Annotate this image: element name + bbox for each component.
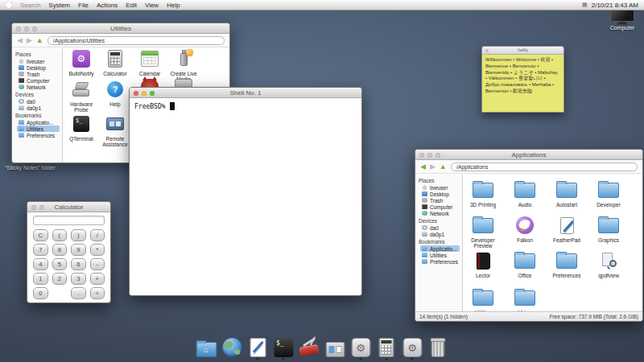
- dock-display-settings[interactable]: [324, 342, 346, 360]
- key-divide[interactable]: /: [90, 229, 105, 241]
- sidebar-item-utilities[interactable]: Utilities: [420, 252, 460, 258]
- close-button[interactable]: [134, 91, 138, 96]
- sidebar-item-preferences[interactable]: Preferences: [17, 132, 60, 138]
- up-button[interactable]: ▲: [440, 163, 447, 171]
- menu-file[interactable]: File: [78, 2, 89, 9]
- dock-settings[interactable]: ⚙: [350, 338, 372, 360]
- minimize-button[interactable]: [142, 91, 147, 96]
- minimize-button[interactable]: [39, 205, 44, 210]
- sidebar-item-applications[interactable]: Applicatio...: [420, 245, 460, 252]
- folder-office[interactable]: Office: [507, 250, 543, 278]
- sidebar-item-desktop[interactable]: Desktop: [17, 64, 60, 71]
- up-button[interactable]: ▲: [36, 37, 43, 44]
- app-calendar[interactable]: Calendar: [132, 48, 167, 76]
- dock-utilities-knife[interactable]: [299, 338, 320, 360]
- menu-view[interactable]: View: [145, 2, 159, 9]
- menu-search[interactable]: Search: [20, 2, 40, 9]
- sticky-note-text[interactable]: Willkommen • Welcome • 欢迎 • Bienvenue • …: [482, 55, 564, 112]
- sidebar-item-da0[interactable]: da0: [17, 98, 60, 105]
- zoom-button[interactable]: [150, 91, 155, 96]
- app-buildnotify[interactable]: ⚙ BuildNotify: [64, 48, 99, 76]
- dock-system-settings[interactable]: ⚙: [402, 338, 423, 360]
- key-add[interactable]: +: [90, 273, 105, 285]
- key-multiply[interactable]: *: [90, 244, 105, 256]
- calculator-display[interactable]: [33, 216, 105, 225]
- forward-button[interactable]: ▶: [27, 37, 32, 44]
- sidebar-item-liveuser[interactable]: liveuser: [420, 184, 460, 191]
- dock-web-browser[interactable]: [221, 338, 243, 360]
- menubar-clock[interactable]: 2/10/21 8:43 AM: [592, 2, 638, 9]
- app-remote-assistance[interactable]: Remote Assistance: [97, 113, 133, 148]
- dock-trash[interactable]: [427, 339, 449, 360]
- app-help[interactable]: ? Help: [97, 79, 133, 107]
- folder-graphics[interactable]: Graphics: [591, 215, 626, 243]
- path-field[interactable]: /Applications: [451, 162, 638, 171]
- sidebar-item-computer[interactable]: Computer: [420, 204, 460, 210]
- path-field[interactable]: /Applications/Utilities: [47, 36, 225, 45]
- close-button[interactable]: [16, 27, 21, 31]
- menu-edit[interactable]: Edit: [126, 2, 137, 9]
- sidebar-item-utilities[interactable]: Utilities: [17, 125, 60, 132]
- sidebar-item-liveuser[interactable]: liveuser: [17, 58, 60, 64]
- key-clear[interactable]: C: [33, 229, 48, 241]
- input-grid-icon[interactable]: ▦: [582, 2, 588, 8]
- forward-button[interactable]: ▶: [430, 163, 436, 171]
- terminal-content[interactable]: FreeBSD%: [130, 98, 361, 296]
- dock-featherpad[interactable]: [247, 338, 269, 360]
- minimize-button[interactable]: [24, 27, 29, 31]
- key-equals[interactable]: =: [90, 287, 105, 299]
- dock-files[interactable]: ⌂: [196, 342, 217, 360]
- sidebar-item-trash[interactable]: Trash: [17, 71, 60, 77]
- folder-developer[interactable]: Developer: [591, 179, 626, 208]
- menu-actions[interactable]: Actions: [97, 2, 118, 9]
- sidebar-item-computer[interactable]: Computer: [17, 77, 60, 84]
- zoom-button[interactable]: [32, 27, 37, 31]
- dock-qterminal[interactable]: $_: [273, 338, 295, 360]
- folder-developer-preview[interactable]: Developer Preview: [465, 215, 501, 249]
- sidebar-item-desktop[interactable]: Desktop: [420, 191, 460, 197]
- folder-autostart[interactable]: Autostart: [549, 179, 584, 208]
- close-button[interactable]: [419, 153, 424, 158]
- terminal-titlebar[interactable]: Shell No. 1: [130, 88, 361, 98]
- back-button[interactable]: ◀: [420, 163, 426, 171]
- key-decimal[interactable]: .: [71, 287, 86, 299]
- app-qterminal[interactable]: $_ QTerminal: [64, 113, 99, 142]
- folder-audio[interactable]: Audio: [507, 179, 543, 208]
- back-button[interactable]: ◀: [17, 37, 23, 44]
- hello-logo-icon[interactable]: [6, 2, 12, 8]
- sidebar-item-applications[interactable]: Applicatio...: [17, 119, 60, 125]
- app-featherpad[interactable]: FeatherPad: [549, 215, 584, 243]
- app-calculator[interactable]: Calculator: [97, 48, 133, 76]
- sidebar-item-network[interactable]: Network: [17, 84, 60, 90]
- sidebar-item-trash[interactable]: Trash: [420, 197, 460, 204]
- folder-3d-printing[interactable]: 3D Printing: [465, 179, 501, 208]
- app-qpdfview[interactable]: qpdfview: [591, 250, 626, 278]
- key-5[interactable]: 5: [52, 258, 68, 270]
- key-3[interactable]: 3: [71, 273, 86, 285]
- zoom-button[interactable]: [436, 153, 440, 158]
- key-subtract[interactable]: -: [90, 258, 105, 270]
- close-button[interactable]: [31, 205, 36, 210]
- app-hardware-probe[interactable]: Hardware Probe: [64, 79, 99, 113]
- menu-help[interactable]: Help: [167, 2, 180, 9]
- dock-calculator[interactable]: [376, 338, 398, 360]
- key-6[interactable]: 6: [71, 258, 86, 270]
- key-7[interactable]: 7: [33, 244, 48, 256]
- key-0[interactable]: 0: [33, 287, 48, 299]
- close-button[interactable]: [485, 49, 489, 52]
- sidebar-item-da0p1[interactable]: da0p1: [420, 231, 460, 237]
- applications-titlebar[interactable]: Applications: [415, 150, 642, 160]
- sidebar-item-da0p1[interactable]: da0p1: [17, 105, 60, 111]
- utilities-titlebar[interactable]: Utilities: [12, 23, 229, 34]
- sidebar-item-preferences[interactable]: Preferences: [420, 258, 460, 265]
- key-8[interactable]: 8: [52, 244, 68, 256]
- sidebar-item-da0[interactable]: da0: [420, 224, 460, 231]
- app-falkon[interactable]: Falkon: [507, 215, 543, 243]
- menu-system[interactable]: System: [48, 2, 70, 9]
- key-4[interactable]: 4: [33, 258, 48, 270]
- key-open-paren[interactable]: (: [52, 229, 68, 241]
- calculator-titlebar[interactable]: Calculator: [27, 202, 110, 212]
- folder-preferences[interactable]: Preferences: [549, 250, 584, 278]
- key-1[interactable]: 1: [33, 273, 48, 285]
- app-create-live-media[interactable]: Create Live Media: [166, 48, 201, 83]
